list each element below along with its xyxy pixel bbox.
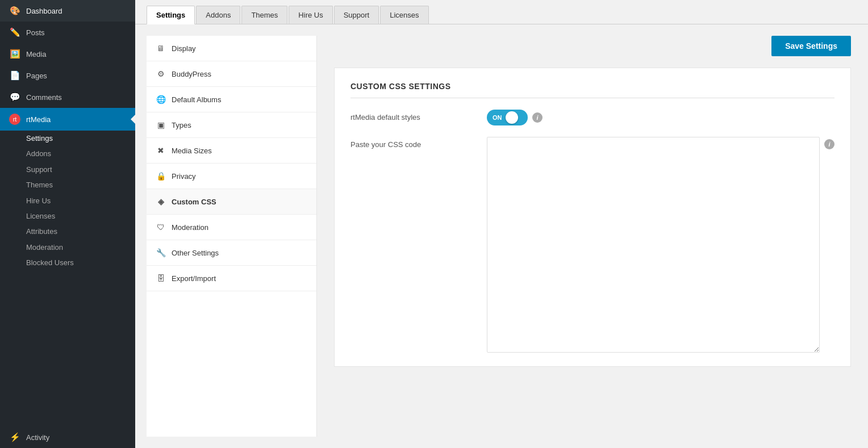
comments-icon: 💬 xyxy=(9,92,20,102)
types-icon: ▣ xyxy=(156,120,166,129)
css-code-textarea[interactable] xyxy=(487,137,820,353)
left-menu-moderation[interactable]: 🛡 Moderation xyxy=(147,215,316,240)
left-menu-label: Other Settings xyxy=(172,249,219,257)
moderation-icon: 🛡 xyxy=(156,223,166,232)
sidebar-sub-blocked-users[interactable]: Blocked Users xyxy=(0,255,135,270)
export-import-icon: 🗄 xyxy=(156,274,166,283)
albums-icon: 🌐 xyxy=(156,95,166,104)
sidebar-sub-moderation[interactable]: Moderation xyxy=(0,240,135,255)
rtmedia-default-info-icon[interactable]: i xyxy=(532,112,542,123)
settings-card: CUSTOM CSS SETTINGS rtMedia default styl… xyxy=(334,68,851,367)
sidebar-item-label: Comments xyxy=(26,93,62,102)
css-code-info-icon[interactable]: i xyxy=(824,139,834,149)
left-menu-label: Display xyxy=(172,44,196,53)
toggle-on-label: ON xyxy=(489,113,506,122)
left-menu-label: Default Albums xyxy=(172,95,221,104)
left-menu-label: Media Sizes xyxy=(172,146,212,155)
buddypress-icon: ⚙ xyxy=(156,69,166,78)
content-area: 🖥 Display ⚙ BuddyPress 🌐 Default Albums … xyxy=(135,24,868,448)
main-area: Settings Addons Themes Hire Us Support L… xyxy=(135,0,868,448)
sidebar-sub-themes[interactable]: Themes xyxy=(0,177,135,192)
tab-hire-us[interactable]: Hire Us xyxy=(289,6,332,24)
left-menu-media-sizes[interactable]: ✖ Media Sizes xyxy=(147,138,316,164)
sidebar-sub-hire-us[interactable]: Hire Us xyxy=(0,193,135,208)
sidebar-item-activity[interactable]: ⚡ Activity xyxy=(0,426,135,448)
sidebar-sub-licenses[interactable]: Licenses xyxy=(0,208,135,224)
left-menu-label: Privacy xyxy=(172,172,196,181)
left-menu-label: Custom CSS xyxy=(172,198,216,206)
sidebar-item-label: Pages xyxy=(26,72,47,80)
tab-licenses[interactable]: Licenses xyxy=(380,6,428,24)
left-menu-default-albums[interactable]: 🌐 Default Albums xyxy=(147,87,316,112)
css-textarea-wrapper: i xyxy=(487,137,834,353)
other-settings-icon: 🔧 xyxy=(156,248,166,257)
display-icon: 🖥 xyxy=(156,44,166,53)
posts-icon: ✏️ xyxy=(9,27,20,37)
tab-bar: Settings Addons Themes Hire Us Support L… xyxy=(135,0,868,24)
sidebar-item-comments[interactable]: 💬 Comments xyxy=(0,86,135,108)
left-menu-display[interactable]: 🖥 Display xyxy=(147,36,316,61)
sidebar-item-dashboard[interactable]: 🎨 Dashboard xyxy=(0,0,135,22)
tab-support[interactable]: Support xyxy=(334,6,379,24)
rtmedia-default-styles-row: rtMedia default styles ON i xyxy=(350,110,834,125)
sidebar-sub-addons[interactable]: Addons xyxy=(0,146,135,161)
activity-icon: ⚡ xyxy=(9,432,20,442)
section-title: CUSTOM CSS SETTINGS xyxy=(350,82,834,98)
sidebar-item-posts[interactable]: ✏️ Posts xyxy=(0,22,135,43)
left-menu-label: BuddyPress xyxy=(172,70,211,78)
left-menu-buddypress[interactable]: ⚙ BuddyPress xyxy=(147,61,316,87)
sidebar-item-label: Dashboard xyxy=(26,7,62,15)
sidebar-arrow-icon xyxy=(131,115,135,124)
sidebar-item-pages[interactable]: 📄 Pages xyxy=(0,65,135,86)
dashboard-icon: 🎨 xyxy=(9,6,20,16)
sidebar-item-media[interactable]: 🖼️ Media xyxy=(0,43,135,65)
css-code-row: Paste your CSS code i xyxy=(350,137,834,353)
save-settings-button[interactable]: Save Settings xyxy=(771,36,851,56)
media-icon: 🖼️ xyxy=(9,49,20,59)
sidebar-item-label: rtMedia xyxy=(26,115,51,124)
left-menu-label: Export/Import xyxy=(172,274,216,283)
tab-settings[interactable]: Settings xyxy=(147,6,195,24)
rtmedia-icon: rt xyxy=(9,114,20,125)
left-menu-types[interactable]: ▣ Types xyxy=(147,112,316,138)
css-code-label: Paste your CSS code xyxy=(350,137,475,149)
sidebar-item-rtmedia[interactable]: rt rtMedia xyxy=(0,108,135,131)
left-menu-label: Moderation xyxy=(172,223,208,232)
sidebar-item-label: Media xyxy=(26,50,46,58)
rtmedia-default-toggle[interactable]: ON xyxy=(487,110,528,125)
sidebar-sub-settings[interactable]: Settings xyxy=(0,131,135,146)
left-menu-privacy[interactable]: 🔒 Privacy xyxy=(147,164,316,189)
tab-themes[interactable]: Themes xyxy=(241,6,287,24)
right-settings-panel: Save Settings CUSTOM CSS SETTINGS rtMedi… xyxy=(317,24,868,448)
sidebar-item-label: Posts xyxy=(26,28,45,37)
left-menu-label: Types xyxy=(172,121,191,129)
left-menu-export-import[interactable]: 🗄 Export/Import xyxy=(147,266,316,291)
pages-icon: 📄 xyxy=(9,70,20,81)
sidebar-sub-support[interactable]: Support xyxy=(0,162,135,177)
left-settings-panel: 🖥 Display ⚙ BuddyPress 🌐 Default Albums … xyxy=(147,36,317,437)
tab-addons[interactable]: Addons xyxy=(196,6,240,24)
left-menu-other-settings[interactable]: 🔧 Other Settings xyxy=(147,240,316,266)
sidebar: 🎨 Dashboard ✏️ Posts 🖼️ Media 📄 Pages 💬 … xyxy=(0,0,135,448)
toggle-control: ON i xyxy=(487,110,542,125)
privacy-icon: 🔒 xyxy=(156,171,166,181)
rtmedia-default-label: rtMedia default styles xyxy=(350,110,475,122)
save-bar: Save Settings xyxy=(334,36,851,56)
media-sizes-icon: ✖ xyxy=(156,146,166,155)
left-menu-custom-css[interactable]: ◈ Custom CSS xyxy=(147,189,316,215)
custom-css-icon: ◈ xyxy=(156,197,166,206)
sidebar-sub-attributes[interactable]: Attributes xyxy=(0,224,135,239)
sidebar-item-label: Activity xyxy=(26,433,49,442)
toggle-knob xyxy=(506,111,518,124)
